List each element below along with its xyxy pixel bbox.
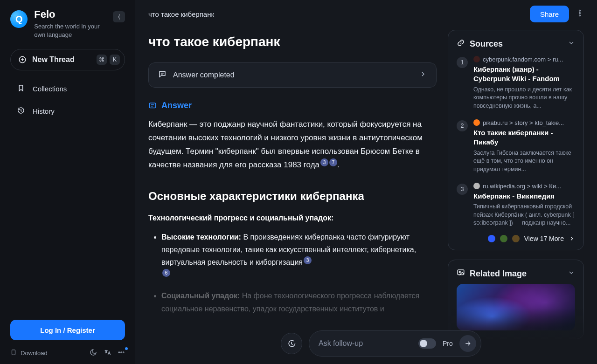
brand-logo: Q [10,10,28,28]
subsection-heading: Технологический прогресс и социальный уп… [148,214,437,222]
citation[interactable]: 3 [304,256,312,264]
citation-3[interactable]: 3 [320,158,328,166]
view-more-sources[interactable]: View 17 More [457,235,575,242]
right-panel: Sources 1 cyberpunk.fandom.com > ru... К… [448,30,584,364]
share-label: Share [540,10,559,18]
view-more-label: View 17 More [524,235,564,242]
collapse-sidebar-button[interactable]: ⟨ [113,11,125,22]
followup-input-container: Pro [309,330,481,357]
svg-rect-1 [12,350,15,355]
topbar-title: что такое киберпанк [148,10,214,18]
sidebar-footer: Download [10,349,125,357]
brand-name: Felo [34,8,106,21]
bookmark-icon [17,84,25,94]
svg-point-4 [123,352,124,353]
device-icon [10,349,17,357]
download-label: Download [21,350,48,357]
favicon-icon [512,235,520,242]
collapse-icon: ⟨ [118,14,120,20]
new-chat-fab[interactable] [281,333,302,354]
history-icon [17,106,25,116]
favicon-icon [473,56,480,62]
source-domain: cyberpunk.fandom.com > ru... [473,56,575,63]
section-heading: Основные характеристики киберпанка [148,190,437,203]
main: что такое киберпанк Share что такое кибе… [135,0,597,364]
brand-text: Felo Search the world in your own langua… [34,8,106,39]
more-menu[interactable] [118,349,125,357]
svg-point-3 [121,352,122,353]
plus-circle-icon [18,55,27,64]
sources-label: Sources [470,39,503,49]
brand-tagline: Search the world in your own language [34,22,106,39]
sidebar-item-label: Collections [33,85,67,93]
answer-heading: Answer [148,101,437,110]
bullet-lead: Высокие технологии: [161,233,241,241]
related-image-thumbnail[interactable] [457,284,575,330]
sidebar-item-label: History [33,107,55,115]
new-thread-button[interactable]: New Thread ⌘ K [10,49,125,70]
collapse-sources[interactable] [568,39,575,49]
new-thread-shortcut: ⌘ K [97,55,120,65]
answer-text-body: Киберпанк — это поджанр научной фантасти… [148,120,423,169]
topbar-more-menu[interactable] [576,9,584,20]
favicon-icon [500,235,507,242]
source-index: 3 [457,184,468,195]
answer-status-card[interactable]: Answer completed [148,62,437,88]
citation-7[interactable]: 7 [329,158,337,166]
related-image-heading: Related Image [457,268,575,279]
followup-input[interactable] [319,339,412,348]
answer-label: Answer [161,101,192,110]
citation[interactable]: 6 [162,269,170,277]
chevron-right-icon [419,70,427,80]
source-domain: pikabu.ru > story > kto_takie... [473,119,575,126]
svg-point-10 [459,271,460,273]
pro-label: Pro [443,340,453,347]
sidebar-item-history[interactable]: History [10,101,125,121]
kbd-k: K [110,55,120,65]
new-thread-label: New Thread [32,55,75,64]
source-index: 1 [457,57,468,68]
answer-tail: . [337,160,340,169]
source-snippet: Заслуга Гибсона заключается также ещё в … [473,149,575,174]
source-item[interactable]: 1 cyberpunk.fandom.com > ru... Киберпанк… [457,56,575,110]
brand: Q Felo Search the world in your own lang… [10,8,125,39]
source-index: 2 [457,120,468,131]
related-image-label: Related Image [470,269,527,279]
source-title: Киберпанк (жанр) - Cyberpunk Wiki - Fand… [473,65,575,84]
article: что такое киберпанк Answer completed Ans… [148,30,437,364]
download-link[interactable]: Download [10,349,48,357]
sidebar-item-collections[interactable]: Collections [10,79,125,98]
bullet-lead: Социальный упадок: [161,292,240,300]
source-item[interactable]: 2 pikabu.ru > story > kto_takie... Кто т… [457,119,575,173]
kbd-cmd: ⌘ [97,55,107,65]
sidebar: Q Felo Search the world in your own lang… [0,0,135,364]
language-button[interactable] [104,349,111,357]
source-snippet: Однако, не прошло и десяти лет как компь… [473,86,575,110]
pro-toggle[interactable] [418,338,436,349]
source-snippet: Типичный киберпанковый городской пейзаж … [473,203,575,227]
collapse-related-image[interactable] [568,269,575,279]
bullet-list: Высокие технологии: В произведениях кибе… [148,231,437,315]
login-register-button[interactable]: Log In / Register [10,320,125,340]
favicon-icon [473,183,480,189]
list-item: Социальный упадок: На фоне технологическ… [161,289,437,315]
chat-icon [158,70,167,80]
favicon-icon [473,119,480,126]
source-item[interactable]: 3 ru.wikipedia.org > wiki > Ки... Киберп… [457,183,575,227]
page-title: что такое киберпанк [148,34,437,49]
theme-toggle[interactable] [90,349,97,357]
share-button[interactable]: Share [530,6,569,22]
topbar: что такое киберпанк Share [135,0,597,28]
link-icon [457,39,465,49]
source-domain-text: pikabu.ru > story > kto_takie... [483,119,564,126]
favicon-icon [488,235,495,242]
send-button[interactable] [459,335,476,352]
answer-status-text: Answer completed [173,71,235,79]
related-image-panel: Related Image [448,260,584,339]
sources-panel: Sources 1 cyberpunk.fandom.com > ru... К… [448,30,584,250]
svg-point-2 [118,352,119,353]
list-item: Высокие технологии: В произведениях кибе… [161,231,437,282]
chevron-right-icon [569,235,575,242]
login-label: Log In / Register [40,326,95,334]
sidebar-nav: Collections History [10,79,125,121]
